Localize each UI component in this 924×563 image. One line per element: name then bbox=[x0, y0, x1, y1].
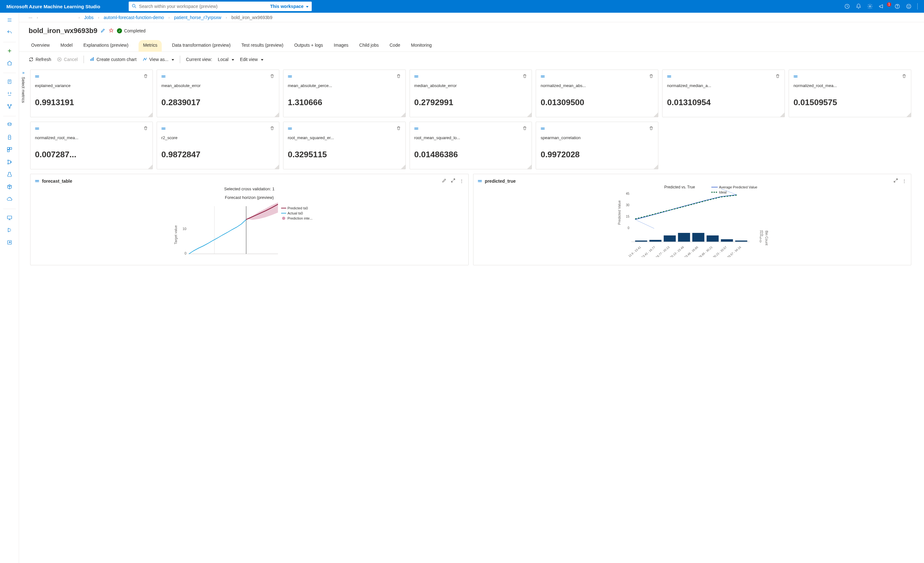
expand-icon[interactable] bbox=[893, 178, 898, 184]
drag-handle-icon[interactable]: == bbox=[35, 179, 38, 184]
breadcrumb: ··· › › Jobs › automl-forecast-function-… bbox=[19, 13, 924, 22]
endpoints-icon[interactable] bbox=[7, 196, 12, 203]
trash-icon[interactable] bbox=[270, 74, 274, 80]
pipelines-icon[interactable] bbox=[7, 159, 12, 166]
drag-handle-icon[interactable]: == bbox=[478, 179, 481, 184]
megaphone-icon[interactable]: 1 bbox=[879, 3, 889, 9]
trash-icon[interactable] bbox=[143, 74, 148, 80]
drag-handle-icon[interactable]: == bbox=[667, 74, 670, 79]
jobs-icon[interactable] bbox=[7, 134, 12, 141]
components-icon[interactable] bbox=[7, 147, 12, 153]
metric-card[interactable]: == spearman_correlation 0.9972028 bbox=[536, 122, 658, 169]
drag-handle-icon[interactable]: == bbox=[161, 74, 165, 79]
create-chart-button[interactable]: Create custom chart bbox=[90, 57, 136, 63]
metric-value: 0.01486386 bbox=[414, 150, 528, 159]
metric-card[interactable]: == normalized_root_mea... 0.007287... bbox=[30, 122, 153, 169]
metric-card[interactable]: == normalized_mean_abs... 0.01309500 bbox=[536, 70, 658, 117]
compute-icon[interactable] bbox=[7, 215, 12, 221]
smiley-icon[interactable] bbox=[906, 3, 912, 9]
gear-icon[interactable] bbox=[867, 3, 873, 9]
drag-handle-icon[interactable]: == bbox=[540, 126, 544, 131]
more-icon[interactable]: ⋮ bbox=[902, 179, 906, 184]
trash-icon[interactable] bbox=[270, 126, 274, 132]
tab-model[interactable]: Model bbox=[60, 40, 73, 51]
automl-icon[interactable] bbox=[7, 91, 12, 98]
breadcrumb-item[interactable]: patient_horse_r7yrpsxw bbox=[174, 15, 222, 20]
edit-icon[interactable] bbox=[100, 28, 105, 34]
drag-handle-icon[interactable]: == bbox=[35, 126, 38, 131]
search-scope-dropdown[interactable]: This workspace bbox=[270, 4, 309, 9]
expand-icon[interactable] bbox=[450, 178, 456, 184]
metric-name: explained_variance bbox=[35, 83, 148, 88]
trash-icon[interactable] bbox=[522, 126, 527, 132]
tab-outputs-logs[interactable]: Outputs + logs bbox=[294, 40, 324, 51]
edit-icon[interactable] bbox=[442, 178, 447, 184]
svg-point-0 bbox=[132, 4, 135, 7]
metric-card[interactable]: == normalized_median_a... 0.01310954 bbox=[662, 70, 785, 117]
refresh-button[interactable]: Refresh bbox=[28, 57, 51, 62]
drag-handle-icon[interactable]: == bbox=[414, 74, 417, 79]
metric-card[interactable]: == mean_absolute_error 0.2839017 bbox=[157, 70, 279, 117]
drag-handle-icon[interactable]: == bbox=[288, 74, 291, 79]
metric-value: 1.310666 bbox=[288, 98, 401, 107]
trash-icon[interactable] bbox=[902, 74, 906, 80]
drag-handle-icon[interactable]: == bbox=[540, 74, 544, 79]
breadcrumb-item[interactable]: Jobs bbox=[84, 15, 94, 20]
breadcrumb-item[interactable]: automl-forecast-function-demo bbox=[104, 15, 164, 20]
edit-view-dropdown[interactable]: Edit view bbox=[240, 57, 263, 62]
bell-icon[interactable] bbox=[856, 3, 861, 9]
trash-icon[interactable] bbox=[143, 126, 148, 132]
tab-data-transformation[interactable]: Data transformation (preview) bbox=[171, 40, 231, 51]
metric-card[interactable]: == median_absolute_error 0.2792991 bbox=[410, 70, 532, 117]
linked-icon[interactable] bbox=[7, 240, 12, 246]
trash-icon[interactable] bbox=[649, 126, 654, 132]
trash-icon[interactable] bbox=[649, 74, 654, 80]
plus-icon[interactable] bbox=[7, 48, 12, 55]
svg-text:0: 0 bbox=[627, 226, 630, 230]
tab-explanations[interactable]: Explanations (preview) bbox=[83, 40, 129, 51]
view-as-dropdown[interactable]: View as... bbox=[142, 57, 174, 63]
metric-card[interactable]: == r2_score 0.9872847 bbox=[157, 122, 279, 169]
search-input[interactable] bbox=[139, 4, 270, 9]
trash-icon[interactable] bbox=[775, 74, 780, 80]
notebook-icon[interactable] bbox=[7, 79, 12, 86]
tab-images[interactable]: Images bbox=[333, 40, 349, 51]
view-scope-dropdown[interactable]: Local bbox=[218, 57, 234, 62]
menu-icon[interactable] bbox=[7, 17, 12, 24]
more-icon[interactable]: ⋮ bbox=[459, 179, 464, 184]
metric-card[interactable]: == root_mean_squared_er... 0.3295115 bbox=[283, 122, 406, 169]
metric-card[interactable]: == root_mean_squared_lo... 0.01486386 bbox=[410, 122, 532, 169]
data1-icon[interactable] bbox=[7, 122, 12, 129]
star-icon[interactable] bbox=[109, 28, 114, 34]
tab-code[interactable]: Code bbox=[389, 40, 400, 51]
trash-icon[interactable] bbox=[396, 74, 401, 80]
tab-metrics[interactable]: Metrics bbox=[138, 40, 162, 52]
drag-handle-icon[interactable]: == bbox=[35, 74, 38, 79]
trash-icon[interactable] bbox=[522, 74, 527, 80]
metric-card[interactable]: == mean_absolute_perce... 1.310666 bbox=[283, 70, 406, 117]
metric-card[interactable]: == normalized_root_mea... 0.01509575 bbox=[789, 70, 911, 117]
clock-icon[interactable] bbox=[844, 3, 850, 9]
help-icon[interactable] bbox=[894, 3, 900, 9]
breadcrumb-ellipsis[interactable]: ··· bbox=[28, 15, 32, 20]
home-icon[interactable] bbox=[7, 60, 12, 67]
tab-overview[interactable]: Overview bbox=[30, 40, 50, 51]
designer-icon[interactable] bbox=[7, 104, 12, 110]
chevron-right-icon: › bbox=[37, 16, 38, 20]
drag-handle-icon[interactable]: == bbox=[288, 126, 291, 131]
undo-icon[interactable] bbox=[7, 30, 12, 36]
metric-card[interactable]: == explained_variance 0.9913191 bbox=[30, 70, 153, 117]
environments-icon[interactable] bbox=[7, 171, 12, 178]
trash-icon[interactable] bbox=[396, 126, 401, 132]
drag-handle-icon[interactable]: == bbox=[414, 126, 417, 131]
search-box[interactable]: This workspace bbox=[129, 2, 312, 11]
drag-handle-icon[interactable]: == bbox=[161, 126, 165, 131]
select-metrics-toggle[interactable]: » Select metrics bbox=[19, 67, 28, 563]
models-icon[interactable] bbox=[7, 184, 12, 191]
drag-handle-icon[interactable]: == bbox=[794, 74, 796, 79]
tab-child-jobs[interactable]: Child jobs bbox=[359, 40, 380, 51]
tab-test-results[interactable]: Test results (preview) bbox=[241, 40, 284, 51]
tab-monitoring[interactable]: Monitoring bbox=[410, 40, 432, 51]
svg-rect-54 bbox=[649, 240, 661, 242]
datastores-icon[interactable] bbox=[7, 227, 12, 234]
